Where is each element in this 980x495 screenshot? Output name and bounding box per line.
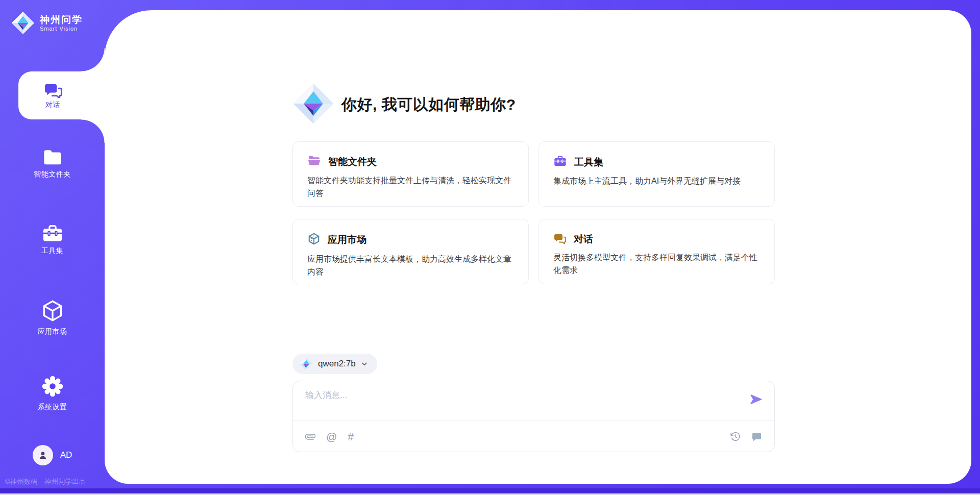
card-description: 灵活切换多模型文件，支持多样回复效果调试，满足个性化需求 [553,252,760,277]
greeting: 你好, 我可以如何帮助你? [292,83,775,126]
card-title: 智能文件夹 [328,155,377,168]
message-input[interactable] [305,390,724,401]
brand-name: 神州问学 [40,14,83,26]
send-icon [749,392,763,406]
mention-button[interactable]: @ [326,431,337,442]
card-app-market[interactable]: 应用市场 应用市场提供丰富长文本模板，助力高效生成多样化文章内容 [292,219,529,284]
brand-logo-icon [11,11,35,35]
card-chat[interactable]: 对话 灵活切换多模型文件，支持多样回复效果调试，满足个性化需求 [538,219,775,284]
copyright: ©神州数码 · 神州问学出品 [5,477,86,486]
briefcase-icon [41,224,64,243]
gear-icon [40,374,65,399]
bottom-strip [0,488,980,493]
history-button[interactable] [730,431,741,442]
sidebar-item-label: 应用市场 [38,327,67,336]
person-icon [37,450,48,461]
sidebar-item-label: 智能文件夹 [34,170,71,179]
composer: @ # [292,381,775,452]
briefcase-icon [553,155,567,169]
folder-open-icon [307,155,321,169]
assistant-logo-icon [292,83,334,127]
paperclip-icon [303,429,317,443]
brand-subtitle: Smart Vision [40,26,83,32]
sidebar-item-label: 对话 [45,101,60,110]
sidebar-item-label: 系统设置 [38,403,67,412]
app-root: 神州问学 Smart Vision 对话 智能文件夹 [0,0,980,495]
greeting-title: 你好, 我可以如何帮助你? [341,94,516,115]
feature-cards: 智能文件夹 智能文件夹功能支持批量文件上传与清洗，轻松实现文件问答 [292,141,775,284]
sidebar-item-chat[interactable]: 对话 [18,71,105,119]
card-smart-folder[interactable]: 智能文件夹 智能文件夹功能支持批量文件上传与清洗，轻松实现文件问答 [292,141,529,207]
attach-file-button[interactable] [305,432,315,442]
conversation-button[interactable] [751,432,762,442]
topic-button[interactable]: # [348,431,354,442]
grid-cube-icon [307,232,321,247]
user-profile[interactable]: AD [0,445,105,465]
sidebar-item-settings[interactable]: 系统设置 [0,374,105,412]
sidebar-item-toolset[interactable]: 工具集 [0,224,105,256]
tab-curve-top [81,48,105,71]
card-description: 应用市场提供丰富长文本模板，助力高效生成多样化文章内容 [307,253,514,279]
model-name: qwen2:7b [318,359,356,369]
card-toolset[interactable]: 工具集 集成市场上主流工具，助力AI与外界无缝扩展与对接 [538,141,775,207]
model-diamond-icon [300,357,313,370]
cube-icon [40,298,65,324]
sidebar-item-label: 工具集 [41,246,64,256]
folder-icon [42,148,63,166]
tab-curve-bottom [81,119,105,143]
main-content: 你好, 我可以如何帮助你? 智能文件夹 智能文件夹功能支持批量文件上传与清洗，轻… [105,10,971,484]
chat-icon [43,82,63,98]
card-description: 集成市场上主流工具，助力AI与外界无缝扩展与对接 [553,175,760,188]
chevron-down-icon [361,360,368,367]
brand: 神州问学 Smart Vision [11,11,83,35]
model-selector[interactable]: qwen2:7b [292,354,377,374]
card-title: 应用市场 [328,233,366,246]
card-description: 智能文件夹功能支持批量文件上传与清洗，轻松实现文件问答 [307,175,514,200]
avatar [33,445,53,465]
chat-filled-icon [751,432,762,442]
sidebar-item-smart-folder[interactable]: 智能文件夹 [0,148,105,179]
sidebar-item-app-market[interactable]: 应用市场 [0,298,105,336]
card-title: 对话 [574,233,593,246]
sidebar: 神州问学 Smart Vision 对话 智能文件夹 [0,0,105,495]
user-name: AD [60,450,72,460]
chat-icon [553,232,567,246]
send-button[interactable] [749,392,763,406]
card-title: 工具集 [574,156,603,169]
history-icon [730,431,741,442]
